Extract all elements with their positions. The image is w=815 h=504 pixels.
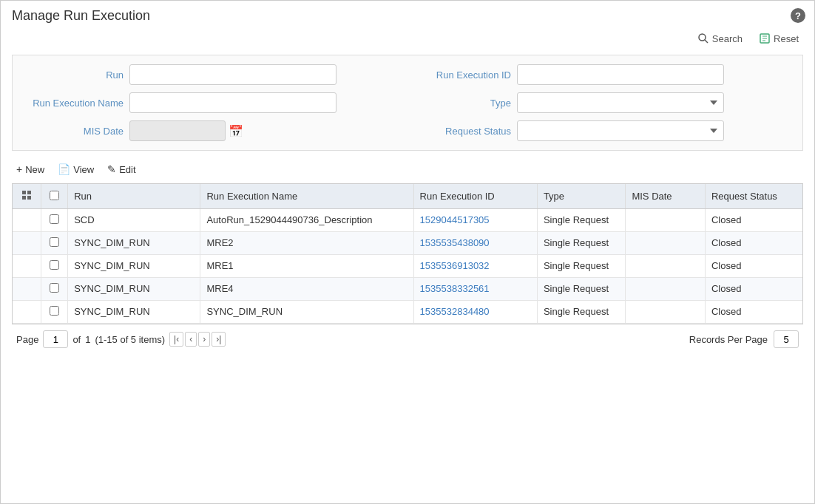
table-row: SYNC_DIM_RUN MRE2 1535535438090 Single R…	[13, 232, 802, 255]
row-run: SCD	[68, 209, 200, 232]
form-row-2: Run Execution Name Type	[27, 92, 788, 113]
search-form: Run Run Execution ID Run Execution Name …	[12, 55, 803, 151]
row-run-execution-name: MRE4	[200, 278, 413, 301]
reset-icon	[759, 33, 771, 44]
row-run-execution-name: AutoRun_1529044490736_Description	[200, 209, 413, 232]
col-check-all[interactable]	[41, 184, 68, 209]
table-body: SCD AutoRun_1529044490736_Description 15…	[13, 209, 802, 324]
table-row: SCD AutoRun_1529044490736_Description 15…	[13, 209, 802, 232]
row-request-status: Closed	[705, 209, 802, 232]
row-mis-date	[626, 209, 706, 232]
row-type: Single Request	[537, 255, 626, 278]
table-row: SYNC_DIM_RUN MRE4 1535538332561 Single R…	[13, 278, 802, 301]
row-type: Single Request	[537, 209, 626, 232]
last-page-button[interactable]: ›|	[212, 332, 226, 347]
row-checkbox[interactable]	[50, 260, 59, 270]
row-run-execution-name: SYNC_DIM_RUN	[200, 301, 413, 324]
type-select[interactable]	[517, 92, 724, 113]
toolbar: Search Reset	[12, 30, 803, 47]
action-bar: + New 📄 View ✎ Edit	[12, 157, 803, 182]
form-row-1: Run Run Execution ID	[27, 64, 788, 85]
run-execution-id-input[interactable]	[517, 64, 724, 85]
date-input-group: 📅	[129, 120, 243, 141]
search-icon	[697, 33, 709, 44]
row-check-cell[interactable]	[41, 301, 68, 324]
col-status-header: Request Status	[705, 184, 802, 209]
table-row: SYNC_DIM_RUN SYNC_DIM_RUN 1535532834480 …	[13, 301, 802, 324]
request-status-label: Request Status	[415, 126, 511, 137]
run-execution-name-label: Run Execution Name	[27, 98, 124, 109]
svg-rect-3	[22, 191, 26, 194]
view-icon: 📄	[58, 163, 70, 175]
first-page-button[interactable]: |‹	[169, 332, 183, 347]
run-execution-id-link[interactable]: 1529044517305	[420, 214, 490, 225]
type-group: Type	[415, 92, 788, 113]
run-input[interactable]	[129, 64, 337, 85]
run-execution-name-input[interactable]	[129, 92, 337, 113]
run-execution-id-link[interactable]: 1535532834480	[420, 306, 490, 317]
records-per-page-label: Records Per Page	[689, 334, 768, 345]
request-status-select[interactable]	[517, 120, 724, 141]
row-run-execution-id: 1535538332561	[413, 278, 537, 301]
row-check-cell[interactable]	[41, 278, 68, 301]
svg-line-1	[705, 40, 708, 43]
run-group: Run	[27, 64, 400, 85]
row-config-cell	[13, 278, 41, 301]
row-type: Single Request	[537, 301, 626, 324]
row-run-execution-name: MRE2	[200, 232, 413, 255]
main-container: ? Manage Run Execution Search Reset Run	[0, 0, 815, 504]
reset-button[interactable]: Reset	[754, 30, 803, 47]
row-checkbox[interactable]	[50, 306, 59, 316]
row-config-cell	[13, 301, 41, 324]
row-config-cell	[13, 232, 41, 255]
row-check-cell[interactable]	[41, 232, 68, 255]
mis-date-input[interactable]	[129, 120, 226, 141]
row-check-cell[interactable]	[41, 255, 68, 278]
page-label: Page	[16, 334, 38, 345]
row-request-status: Closed	[705, 255, 802, 278]
pagination-left: Page of 1 (1-15 of 5 items) |‹ ‹ › ›|	[16, 330, 226, 348]
row-mis-date	[626, 232, 706, 255]
run-execution-id-label: Run Execution ID	[415, 69, 511, 81]
records-per-page-input[interactable]	[774, 330, 799, 348]
run-execution-id-link[interactable]: 1535538332561	[420, 283, 490, 294]
row-check-cell[interactable]	[41, 209, 68, 232]
plus-icon: +	[16, 163, 22, 175]
col-run-header: Run	[68, 184, 200, 209]
next-page-button[interactable]: ›	[198, 332, 210, 347]
edit-button[interactable]: ✎ Edit	[103, 161, 140, 177]
row-run: SYNC_DIM_RUN	[68, 255, 200, 278]
calendar-icon[interactable]: 📅	[229, 124, 243, 138]
run-execution-id-link[interactable]: 1535535438090	[420, 237, 490, 248]
row-run: SYNC_DIM_RUN	[68, 232, 200, 255]
edit-icon: ✎	[107, 163, 116, 175]
row-run-execution-id: 1535532834480	[413, 301, 537, 324]
search-button[interactable]: Search	[693, 30, 747, 47]
row-config-cell	[13, 209, 41, 232]
svg-rect-5	[22, 196, 26, 200]
new-button[interactable]: + New	[12, 161, 49, 177]
page-number-input[interactable]	[43, 330, 68, 348]
row-mis-date	[626, 255, 706, 278]
form-row-3: MIS Date 📅 Request Status	[27, 120, 788, 141]
row-checkbox[interactable]	[50, 214, 59, 224]
row-request-status: Closed	[705, 278, 802, 301]
pagination: Page of 1 (1-15 of 5 items) |‹ ‹ › ›| Re…	[12, 324, 803, 348]
mis-date-label: MIS Date	[27, 126, 124, 137]
view-button[interactable]: 📄 View	[53, 161, 98, 177]
svg-rect-6	[27, 196, 31, 200]
row-checkbox[interactable]	[50, 237, 59, 247]
row-type: Single Request	[537, 278, 626, 301]
check-all-checkbox[interactable]	[50, 191, 59, 200]
run-execution-id-link[interactable]: 1535536913032	[420, 260, 490, 271]
run-execution-id-group: Run Execution ID	[415, 64, 788, 85]
mis-date-group: MIS Date 📅	[27, 120, 400, 141]
run-label: Run	[27, 69, 124, 81]
help-icon[interactable]: ?	[791, 8, 805, 23]
data-table: Run Run Execution Name Run Execution ID …	[13, 184, 802, 324]
col-type-header: Type	[537, 184, 626, 209]
row-config-cell	[13, 255, 41, 278]
row-checkbox[interactable]	[50, 283, 59, 293]
col-config-icon[interactable]	[13, 184, 41, 209]
prev-page-button[interactable]: ‹	[185, 332, 197, 347]
